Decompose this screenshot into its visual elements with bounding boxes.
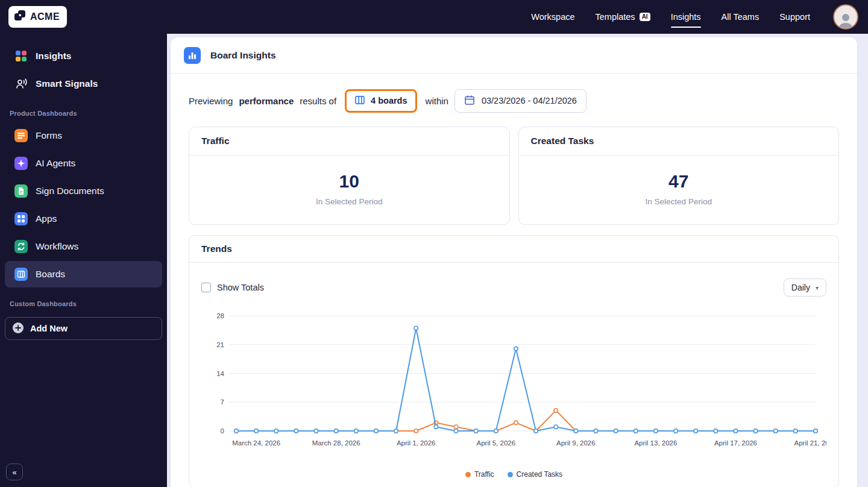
created-tasks-card-title: Created Tasks	[519, 127, 839, 156]
nav-item-all-teams[interactable]: All Teams	[722, 0, 760, 34]
sidebar-item-label: Apps	[36, 213, 57, 224]
calendar-icon	[464, 95, 475, 107]
trends-chart: 07142128March 24, 2026March 28, 2026Apri…	[201, 307, 826, 452]
sidebar-item-smart-signals[interactable]: Smart Signals	[5, 71, 162, 97]
smart-signals-icon	[14, 77, 28, 90]
svg-text:14: 14	[216, 370, 224, 377]
sidebar-item-label: AI Agents	[36, 158, 75, 169]
traffic-card-title: Traffic	[189, 127, 509, 156]
sidebar-item-label: Boards	[36, 269, 65, 280]
created-tasks-legend-dot	[508, 472, 513, 477]
sidebar-item-workflows[interactable]: Workflows	[5, 233, 162, 260]
nav-label: Support	[779, 12, 810, 22]
svg-text:March 28, 2026: March 28, 2026	[312, 439, 360, 447]
brand-name: ACME	[30, 11, 60, 22]
section-label-product-dashboards: Product Dashboards	[0, 98, 167, 122]
show-totals-label: Show Totals	[217, 283, 264, 292]
main-area: Board Insights Previewing performance re…	[167, 34, 868, 487]
svg-text:0: 0	[221, 427, 224, 435]
preview-within-text: within	[426, 96, 448, 106]
date-range-picker[interactable]: 03/23/2026 - 04/21/2026	[454, 89, 587, 113]
traffic-legend-dot	[465, 472, 471, 477]
trends-controls: Show Totals Daily ▾	[189, 278, 838, 297]
board-insights-panel: Board Insights Previewing performance re…	[171, 37, 857, 487]
sidebar-item-label: Smart Signals	[36, 78, 98, 89]
nav-item-templates[interactable]: Templates AI	[596, 0, 650, 34]
svg-text:7: 7	[221, 398, 224, 406]
person-icon	[837, 11, 855, 28]
add-new-label: Add New	[30, 324, 68, 333]
date-range-label: 03/23/2026 - 04/21/2026	[482, 96, 577, 105]
acme-logo[interactable]: ACME	[8, 6, 67, 28]
traffic-card-body: 10 In Selected Period	[189, 156, 509, 224]
sidebar-item-ai-agents[interactable]: AI Agents	[5, 150, 162, 177]
ai-badge: AI	[640, 13, 650, 21]
nav-item-support[interactable]: Support	[779, 0, 810, 34]
workflows-icon	[14, 240, 28, 253]
sidebar-item-boards[interactable]: Boards	[5, 261, 162, 287]
top-navigation-bar: ACME Workspace Templates AI Insights All…	[0, 0, 868, 34]
traffic-stat-card: Traffic 10 In Selected Period	[189, 127, 510, 225]
apps-icon	[14, 212, 28, 225]
sidebar-item-label: Workflows	[36, 241, 78, 252]
sidebar-item-label: Sign Documents	[36, 186, 104, 196]
show-totals-checkbox[interactable]	[201, 283, 211, 292]
created-tasks-caption: In Selected Period	[646, 197, 712, 206]
created-tasks-stat-card: Created Tasks 47 In Selected Period	[518, 127, 840, 225]
chevron-down-icon: ▾	[816, 284, 819, 291]
ai-agents-icon	[14, 157, 28, 170]
sidebar-item-sign-documents[interactable]: Sign Documents	[5, 178, 162, 204]
sidebar-item-label: Forms	[36, 130, 62, 141]
sidebar-item-label: Insights	[36, 51, 71, 61]
svg-text:April 1, 2026: April 1, 2026	[397, 439, 436, 447]
preview-metric-text: performance	[239, 96, 294, 106]
top-nav-links: Workspace Templates AI Insights All Team…	[531, 0, 858, 34]
granularity-dropdown[interactable]: Daily ▾	[784, 278, 826, 297]
acme-logo-icon	[14, 10, 26, 24]
show-totals-control: Show Totals	[201, 283, 264, 292]
stat-cards-row: Traffic 10 In Selected Period Created Ta…	[189, 127, 839, 225]
sidebar-item-insights[interactable]: Insights	[5, 43, 162, 69]
sign-documents-icon	[14, 184, 28, 198]
plus-circle-icon	[12, 322, 24, 336]
boards-selector-button[interactable]: 4 boards	[345, 89, 417, 113]
nav-label: Insights	[671, 12, 701, 22]
board-insights-icon	[184, 47, 201, 64]
boards-icon	[14, 268, 28, 281]
board-icon	[354, 95, 365, 107]
sidebar-collapse-button[interactable]: «	[6, 463, 23, 480]
page-title: Board Insights	[210, 50, 276, 61]
nav-label: Workspace	[531, 12, 574, 22]
user-avatar[interactable]	[833, 4, 858, 30]
sidebar-item-apps[interactable]: Apps	[5, 206, 162, 232]
trends-card: Trends Show Totals Daily ▾ 07142128March…	[189, 235, 839, 487]
board-insights-header: Board Insights	[171, 37, 857, 74]
granularity-value: Daily	[791, 283, 810, 292]
boards-selector-label: 4 boards	[371, 96, 407, 105]
preview-middle-text: results of	[300, 96, 336, 106]
svg-text:April 5, 2026: April 5, 2026	[477, 439, 516, 447]
preview-bar: Previewing performance results of 4 boar…	[189, 88, 839, 113]
chart-legend: Traffic Created Tasks	[189, 470, 838, 479]
nav-label: All Teams	[722, 12, 760, 22]
sidebar-item-forms[interactable]: Forms	[5, 122, 162, 149]
svg-text:March 24, 2026: March 24, 2026	[232, 439, 280, 447]
trends-title: Trends	[189, 236, 838, 263]
insights-icon	[14, 49, 28, 63]
nav-item-workspace[interactable]: Workspace	[531, 0, 574, 34]
created-tasks-legend-label: Created Tasks	[517, 470, 562, 479]
traffic-caption: In Selected Period	[316, 197, 382, 206]
svg-text:21: 21	[216, 341, 224, 348]
legend-item-traffic: Traffic	[465, 470, 494, 479]
add-new-button[interactable]: Add New	[5, 317, 162, 340]
trends-chart-area: 07142128March 24, 2026March 28, 2026Apri…	[189, 307, 838, 454]
section-label-custom-dashboards: Custom Dashboards	[0, 288, 167, 312]
svg-text:April 13, 2026: April 13, 2026	[634, 439, 677, 447]
preview-prefix-text: Previewing	[189, 96, 233, 106]
traffic-legend-label: Traffic	[474, 470, 494, 479]
svg-text:April 9, 2026: April 9, 2026	[556, 439, 596, 447]
svg-text:April 21, 2026: April 21, 2026	[794, 439, 826, 447]
collapse-icon: «	[12, 468, 16, 477]
nav-item-insights[interactable]: Insights	[671, 0, 701, 34]
legend-item-created-tasks: Created Tasks	[508, 470, 562, 479]
